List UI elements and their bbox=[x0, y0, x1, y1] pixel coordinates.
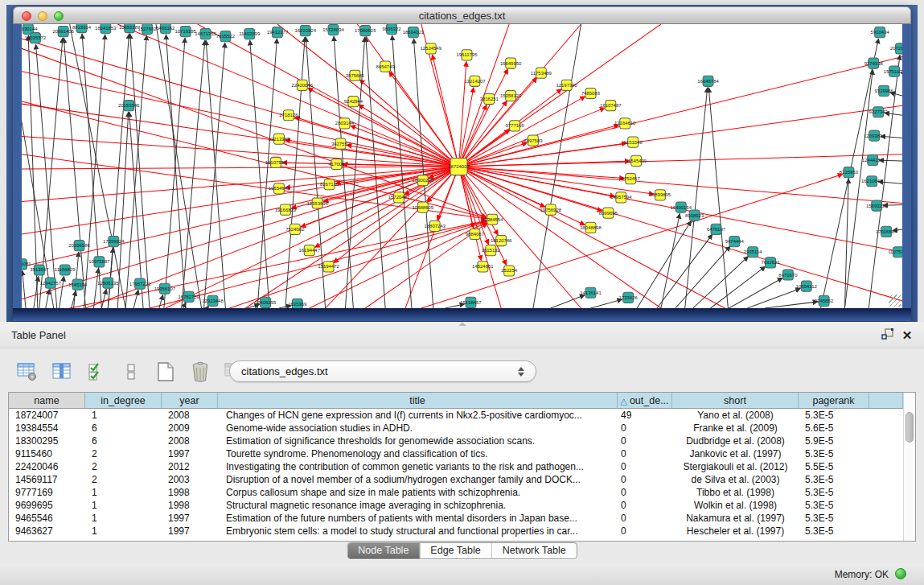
graph-node-label: 3913947 bbox=[30, 267, 49, 272]
graph-edge bbox=[765, 302, 818, 308]
cell-year: 1998 bbox=[162, 486, 218, 499]
graph-node-label: 14136141 bbox=[580, 290, 602, 295]
table-header-row: namein_degreeyeartitle△out_de...shortpag… bbox=[9, 393, 903, 409]
network-window-titlebar[interactable]: citations_edges.txt bbox=[13, 6, 911, 24]
cell-year: 2008 bbox=[162, 435, 218, 447]
close-panel-button[interactable]: ✕ bbox=[900, 328, 914, 343]
graph-node-label: 1733426 bbox=[619, 295, 639, 300]
graph-node-label: 14035572 bbox=[25, 35, 47, 40]
cell-title: Structural magnetic resonance image aver… bbox=[218, 499, 618, 512]
graph-node-label: 1545194 bbox=[68, 282, 88, 287]
table-row[interactable]: 977716911998Corpus callosum shape and si… bbox=[9, 486, 903, 499]
graph-node-label: 2935114 bbox=[744, 249, 762, 254]
graph-node-label: 417006 bbox=[329, 162, 346, 167]
graph-edge bbox=[164, 38, 185, 308]
column-header-pagerank[interactable]: pagerank bbox=[799, 393, 869, 409]
graph-node-label: 9227343 bbox=[869, 109, 889, 114]
graph-edge bbox=[459, 56, 902, 167]
cell-year: 1997 bbox=[162, 525, 218, 538]
graph-node-label: 7615522 bbox=[216, 34, 236, 39]
graph-node-label: 18107554 bbox=[265, 160, 287, 165]
graph-node-label: 11545499 bbox=[626, 159, 647, 163]
vertical-scrollbar[interactable] bbox=[903, 393, 915, 541]
cell-title: Embryonic stem cells: a model to study s… bbox=[218, 525, 618, 538]
cell-title: Investigating the contribution of common… bbox=[218, 460, 618, 473]
create-column-button[interactable] bbox=[153, 359, 179, 385]
graph-node-label: 19611795 bbox=[456, 52, 478, 57]
table-row[interactable]: 969969511998Structural magnetic resonanc… bbox=[9, 499, 903, 512]
graph-edge bbox=[22, 72, 459, 167]
show-hide-columns-button[interactable] bbox=[49, 359, 75, 385]
scrollbar-thumb[interactable] bbox=[906, 412, 914, 443]
cell-pagerank: 5.3E-5 bbox=[799, 447, 869, 460]
table-options-button[interactable] bbox=[14, 359, 40, 385]
graph-node-label: 9305081 bbox=[22, 262, 31, 266]
table-panel-title: Table Panel bbox=[11, 329, 66, 341]
graph-node-label: 13164610 bbox=[614, 121, 636, 126]
graph-node-label: 10975887 bbox=[88, 259, 110, 264]
graph-edge bbox=[117, 112, 128, 308]
graph-node-label: 6466162 bbox=[156, 26, 175, 31]
graph-node-label: 1615132 bbox=[482, 248, 501, 253]
graph-node-label: 19958107 bbox=[154, 286, 176, 291]
cell-short: Dudbridge et al. (2008) bbox=[672, 435, 799, 447]
column-header-name[interactable]: name bbox=[9, 393, 85, 409]
table-row[interactable]: 911546021997Tourette syndrome. Phenomeno… bbox=[9, 447, 903, 460]
clear-selection-button[interactable] bbox=[118, 359, 144, 385]
graph-node-label: 10719195 bbox=[175, 29, 196, 34]
network-window[interactable]: citations_edges.txt 187240072242004627 bbox=[13, 6, 911, 321]
cell-title: Corpus callosum shape and size in male p… bbox=[218, 486, 618, 499]
graph-edge bbox=[533, 24, 581, 308]
column-header-in_degree[interactable]: in_degree bbox=[85, 393, 162, 409]
table-row[interactable]: 1456911722003Disruption of a novel membe… bbox=[9, 473, 903, 486]
table-row[interactable]: 2242004622012Investigating the contribut… bbox=[9, 460, 903, 473]
graph-node-label: 11075311 bbox=[888, 249, 902, 254]
table-row[interactable]: 1830029562008Estimation of significance … bbox=[9, 435, 903, 447]
graph-node-label: 17359924 bbox=[103, 239, 125, 244]
cell-short: Yano et al. (2008) bbox=[672, 409, 799, 422]
table-row[interactable]: 1872400712008Changes of HCN gene express… bbox=[9, 409, 903, 422]
table-body: 1872400712008Changes of HCN gene express… bbox=[9, 409, 903, 541]
tab-edge-table[interactable]: Edge Table bbox=[419, 543, 491, 558]
graph-node-label: 19166829 bbox=[275, 208, 297, 212]
cell-pagerank: 5.3E-5 bbox=[799, 499, 869, 512]
graph-node-label: 9806322 bbox=[382, 27, 401, 31]
network-canvas[interactable]: 1872400722420046271812612213383181075541… bbox=[22, 24, 902, 308]
graph-node-label: 18041853 bbox=[95, 26, 117, 31]
column-header-out_degree[interactable]: △out_de... bbox=[618, 393, 672, 409]
graph-node-label: 15720407 bbox=[388, 195, 410, 200]
canvas-shadow-band bbox=[13, 308, 911, 321]
cell-name: 14569117 bbox=[9, 473, 85, 486]
window-resize-grip[interactable] bbox=[889, 295, 901, 307]
table-selector-dropdown[interactable]: citations_edges.txt bbox=[229, 360, 536, 382]
float-panel-button[interactable] bbox=[881, 328, 895, 343]
graph-node-label: 16194447 bbox=[298, 248, 320, 253]
graph-node-label: 15724034 bbox=[322, 27, 344, 32]
graph-edge bbox=[133, 290, 138, 308]
table-row[interactable]: 1938455462009Genome-wide association stu… bbox=[9, 422, 903, 435]
graph-node-label: 8471670 bbox=[778, 273, 798, 278]
graph-node-label: 19654943 bbox=[269, 186, 290, 191]
cell-pagerank: 5.3E-5 bbox=[799, 409, 869, 422]
graph-node-label: 15693231 bbox=[866, 204, 888, 208]
column-header-title[interactable]: title bbox=[218, 393, 618, 409]
cell-year: 1997 bbox=[162, 447, 218, 460]
splitter-handle[interactable] bbox=[458, 322, 466, 326]
memory-status-indicator[interactable] bbox=[895, 568, 906, 579]
delete-column-button[interactable] bbox=[187, 359, 213, 385]
graph-node-label: 12408255 bbox=[255, 300, 277, 305]
select-all-columns-button[interactable] bbox=[84, 359, 109, 385]
cell-title: Disruption of a novel member of a sodium… bbox=[218, 473, 618, 486]
table-row[interactable]: 946362711997Embryonic stem cells: a mode… bbox=[9, 525, 903, 538]
graph-node-label: 6497583 bbox=[524, 138, 543, 143]
network-canvas-svg[interactable]: 1872400722420046271812612213383181075541… bbox=[22, 24, 902, 308]
column-header-year[interactable]: year bbox=[162, 393, 218, 409]
node-label-layer: 1872400722420046271812612213383181075541… bbox=[22, 25, 902, 307]
graph-node-label: 8454749 bbox=[376, 64, 396, 69]
column-header-short[interactable]: short bbox=[672, 393, 799, 409]
graph-node-label: 8267130 bbox=[320, 182, 339, 187]
tab-node-table[interactable]: Node Table bbox=[347, 543, 419, 558]
table-row[interactable]: 946554611997Estimation of the future num… bbox=[9, 512, 903, 525]
graph-edge bbox=[315, 167, 459, 247]
tab-network-table[interactable]: Network Table bbox=[491, 543, 577, 558]
